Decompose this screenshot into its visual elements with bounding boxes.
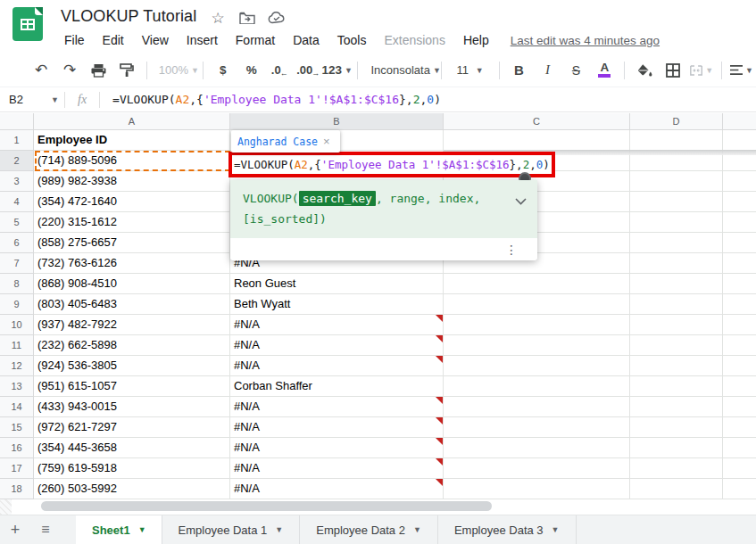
row-header-3[interactable]: 3 [0,171,34,192]
cell-D7[interactable] [630,253,723,274]
cell-b2-edit-box[interactable]: =VLOOKUP(A2,{'Employee Data 1'!$A$1:$C$1… [228,152,555,177]
sheet-tab-employee-data-2[interactable]: Employee Data 2▼ [299,515,438,544]
increase-decimals-button[interactable]: .00→ [297,59,320,82]
value-chip[interactable]: Angharad Case × [231,130,340,152]
row-header-13[interactable]: 13 [0,376,34,397]
cell-C16[interactable] [444,438,630,458]
cell-B11[interactable]: #N/A [230,335,444,356]
horizontal-scrollbar[interactable] [36,501,750,512]
row-header-14[interactable]: 14 [0,397,34,417]
cell-B8[interactable]: Reon Guest [230,274,444,294]
bold-button[interactable]: B [507,59,530,82]
cell-A6[interactable]: (858) 275-6657 [34,233,230,253]
row-header-11[interactable]: 11 [0,335,34,356]
cell-D18[interactable] [630,479,723,499]
cell-B12[interactable]: #N/A [230,356,444,376]
cell-E17[interactable] [723,458,756,479]
cell-C17[interactable] [444,458,630,479]
column-header-c[interactable]: C [444,113,630,130]
cell-A11[interactable]: (232) 662-5898 [34,335,230,356]
sheet-tab-employee-data-3[interactable]: Employee Data 3▼ [437,515,577,544]
cell-E3[interactable] [723,171,756,192]
decrease-decimals-button[interactable]: .0← [269,59,292,82]
all-sheets-menu-icon[interactable]: ≡ [30,515,61,544]
row-header-15[interactable]: 15 [0,417,34,438]
cell-A15[interactable]: (972) 621-7297 [34,417,230,438]
cell-E6[interactable] [723,233,756,253]
cell-A14[interactable]: (433) 943-0015 [34,397,230,417]
menu-extensions[interactable]: Extensions [378,31,450,49]
row-header-8[interactable]: 8 [0,274,34,294]
menu-insert[interactable]: Insert [181,31,223,49]
cell-A7[interactable]: (732) 763-6126 [34,253,230,274]
cell-C18[interactable] [444,479,630,499]
menu-file[interactable]: File [59,31,90,49]
cell-C12[interactable] [444,356,630,376]
cell-A1[interactable]: Employee ID [34,130,230,151]
column-header-a[interactable]: A [34,113,230,130]
cell-D12[interactable] [630,356,723,376]
sheet-tab-dropdown-icon[interactable]: ▼ [275,525,283,534]
cell-E11[interactable] [723,335,756,356]
cell-C14[interactable] [444,397,630,417]
add-sheet-button[interactable]: + [0,515,30,544]
horizontal-scrollbar-thumb[interactable] [41,501,492,511]
cell-C11[interactable] [444,335,630,356]
row-header-12[interactable]: 12 [0,356,34,376]
cell-b2-formula[interactable]: =VLOOKUP(A2,{'Employee Data 1'!$A$1:$C$1… [232,158,550,171]
row-header-18[interactable]: 18 [0,479,34,499]
cell-E8[interactable] [723,274,756,294]
cell-E13[interactable] [723,376,756,397]
name-box-dropdown-icon[interactable]: ▼ [51,95,59,104]
sheet-tab-sheet1[interactable]: Sheet1▼ [76,515,162,544]
font-size-select[interactable]: 11▼ [450,59,491,82]
cell-A13[interactable]: (951) 615-1057 [34,376,230,397]
cell-A18[interactable]: (260) 503-5992 [34,479,230,499]
cell-D17[interactable] [630,458,723,479]
format-currency-button[interactable]: $ [212,59,235,82]
column-header-d[interactable]: D [630,113,723,130]
borders-button[interactable] [661,59,685,82]
sheets-logo[interactable] [12,7,43,41]
cell-C1[interactable] [444,130,630,151]
cell-D9[interactable] [630,294,723,315]
cell-B10[interactable]: #N/A [230,315,444,335]
cell-B14[interactable]: #N/A [230,397,444,417]
merge-cells-button[interactable]: ▼ [690,59,713,82]
text-color-button[interactable]: A [593,59,616,82]
cell-E9[interactable] [723,294,756,315]
cell-E16[interactable] [723,438,756,458]
sheet-tab-dropdown-icon[interactable]: ▼ [552,525,560,534]
italic-button[interactable]: I [536,59,559,82]
column-header-b[interactable]: B [230,113,444,130]
row-header-16[interactable]: 16 [0,438,34,458]
font-select[interactable]: Inconsolata▼ [365,59,432,82]
cell-C10[interactable] [444,315,630,335]
saved-cloud-icon[interactable] [268,9,286,27]
undo-button[interactable]: ↶ [29,59,53,82]
last-edit-link[interactable]: Last edit was 4 minutes ago [511,34,660,47]
cell-C8[interactable] [444,274,630,294]
cell-D6[interactable] [630,233,723,253]
cell-E14[interactable] [723,397,756,417]
cell-B15[interactable]: #N/A [230,417,444,438]
cell-C15[interactable] [444,417,630,438]
format-percent-button[interactable]: % [240,59,263,82]
cell-D5[interactable] [630,212,723,233]
cell-B9[interactable]: Beth Wyatt [230,294,444,315]
strikethrough-button[interactable]: S [564,59,587,82]
cell-B13[interactable]: Corban Shaffer [230,376,444,397]
cell-E10[interactable] [723,315,756,335]
move-to-folder-icon[interactable] [238,9,256,27]
name-box[interactable]: B2 ▼ [0,93,64,106]
sheet-tab-dropdown-icon[interactable]: ▼ [138,525,146,534]
menu-view[interactable]: View [137,31,174,49]
cell-E4[interactable] [723,192,756,212]
cell-D11[interactable] [630,335,723,356]
cell-A2[interactable]: (714) 889-5096 [34,151,230,171]
cell-D3[interactable] [630,171,723,192]
cell-A9[interactable]: (803) 405-6483 [34,294,230,315]
cell-B18[interactable]: #N/A [230,479,444,499]
cell-C9[interactable] [444,294,630,315]
cell-D15[interactable] [630,417,723,438]
